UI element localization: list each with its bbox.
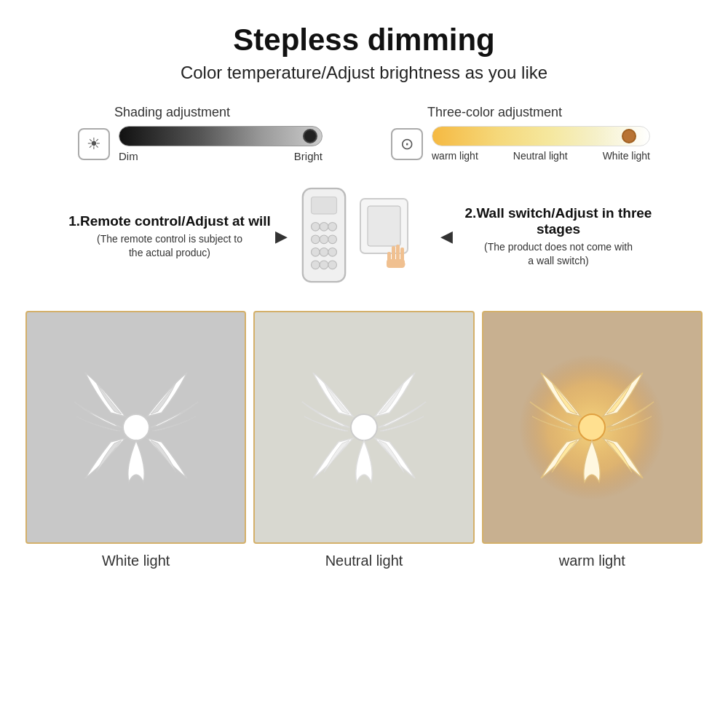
- remote-block: 1.Remote control/Adjust at will (The rem…: [68, 213, 272, 261]
- sun-icon-box: ☀: [78, 128, 110, 160]
- shading-slider-labels: Dim Bright: [119, 150, 323, 162]
- svg-rect-15: [368, 206, 400, 246]
- color-thumb[interactable]: [622, 129, 636, 143]
- shading-label: Shading adjustment: [114, 105, 230, 120]
- neutral-light-label: Neutral light: [513, 150, 568, 162]
- bright-label: Bright: [294, 150, 323, 162]
- controls-section: Shading adjustment ☀ Dim Bright Three: [44, 105, 684, 162]
- white-light-caption: White light: [102, 553, 170, 569]
- switch-image: [357, 195, 430, 278]
- white-light-card: White light: [25, 311, 246, 569]
- remote-image: [298, 184, 349, 289]
- wall-switch-block: 2.Wall switch/Adjust in three stages (Th…: [456, 205, 660, 269]
- white-light-label: White light: [603, 150, 650, 162]
- color-track[interactable]: [432, 126, 650, 146]
- color-temp-label: Three-color adjustment: [427, 105, 562, 120]
- svg-point-12: [320, 261, 328, 269]
- color-temp-group: Three-color adjustment ⊙ warm light Neut…: [391, 105, 650, 162]
- circle-icon-box: ⊙: [391, 128, 423, 160]
- shading-group: Shading adjustment ☀ Dim Bright: [78, 105, 323, 162]
- header-section: Stepless dimming Color temperature/Adjus…: [15, 22, 713, 83]
- main-title: Stepless dimming: [15, 22, 713, 58]
- svg-rect-1: [312, 197, 337, 214]
- svg-point-10: [328, 248, 337, 257]
- svg-point-3: [320, 223, 328, 232]
- remote-section: 1.Remote control/Adjust at will (The rem…: [15, 184, 713, 289]
- svg-point-5: [312, 235, 320, 244]
- lights-section: White light: [25, 311, 703, 569]
- wall-switch-subtitle: (The product does not come witha wall sw…: [484, 240, 633, 269]
- svg-point-9: [320, 248, 328, 257]
- sub-title: Color temperature/Adjust brightness as y…: [15, 63, 713, 83]
- neutral-light-caption: Neutral light: [325, 553, 403, 569]
- svg-point-22: [123, 414, 149, 440]
- remote-title: 1.Remote control/Adjust at will: [68, 213, 271, 229]
- white-light-box: [25, 311, 246, 544]
- svg-point-4: [328, 223, 337, 232]
- svg-point-11: [312, 261, 320, 269]
- svg-point-23: [351, 414, 377, 440]
- shading-control-row: ☀ Dim Bright: [78, 126, 323, 162]
- arrow-right-icon: ▶: [275, 227, 288, 246]
- shading-track[interactable]: [119, 126, 323, 146]
- dim-label: Dim: [119, 150, 138, 162]
- color-slider-container: warm light Neutral light White light: [432, 126, 650, 162]
- arrow-left-icon: ◀: [440, 227, 453, 246]
- warm-light-caption: warm light: [559, 553, 625, 569]
- svg-point-13: [328, 261, 337, 269]
- page-container: Stepless dimming Color temperature/Adjus…: [0, 0, 728, 591]
- shading-slider-container: Dim Bright: [119, 126, 323, 162]
- sun-icon: ☀: [87, 135, 101, 154]
- shading-thumb[interactable]: [303, 129, 317, 143]
- svg-point-7: [328, 235, 337, 244]
- color-labels: warm light Neutral light White light: [432, 150, 650, 162]
- svg-rect-21: [387, 259, 405, 268]
- neutral-light-card: Neutral light: [253, 311, 474, 569]
- svg-point-6: [320, 235, 328, 244]
- warm-light-card: warm light: [482, 311, 703, 569]
- remote-subtitle: (The remote control is subject tothe act…: [97, 232, 242, 261]
- svg-point-2: [312, 223, 320, 232]
- warm-light-label: warm light: [432, 150, 478, 162]
- remote-image-area: ▶: [272, 184, 456, 289]
- color-control-row: ⊙ warm light Neutral light White light: [391, 126, 650, 162]
- warm-light-box: [482, 311, 703, 544]
- circles-icon: ⊙: [400, 135, 414, 154]
- svg-point-8: [312, 248, 320, 257]
- wall-switch-title: 2.Wall switch/Adjust in three stages: [456, 205, 660, 237]
- svg-point-25: [579, 414, 605, 440]
- neutral-light-box: [253, 311, 474, 544]
